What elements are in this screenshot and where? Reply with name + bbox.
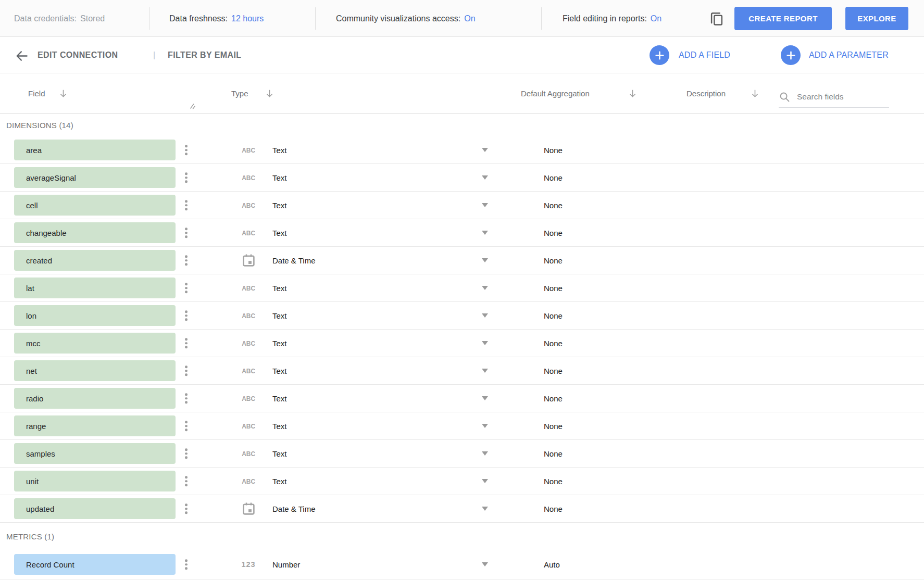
sort-aggregation-icon[interactable] (628, 73, 638, 114)
aggregation-value[interactable]: None (544, 367, 563, 375)
table-row: changeable ABC Text None (0, 219, 924, 247)
more-options-icon[interactable] (183, 281, 190, 295)
type-label: Number (272, 560, 300, 569)
field-chip[interactable]: Record Count (14, 554, 176, 575)
data-freshness-value[interactable]: 12 hours (231, 14, 264, 23)
field-chip[interactable]: lon (14, 305, 176, 326)
type-dropdown-arrow[interactable] (482, 451, 488, 456)
abc-icon: ABC (235, 339, 261, 347)
field-chip[interactable]: net (14, 360, 176, 381)
type-dropdown-arrow[interactable] (482, 369, 488, 373)
field-chip[interactable]: lat (14, 278, 176, 298)
aggregation-value[interactable]: None (544, 146, 563, 155)
aggregation-value[interactable]: None (544, 505, 563, 513)
data-freshness-label: Data freshness: (169, 14, 228, 23)
type-dropdown-arrow[interactable] (482, 396, 488, 400)
type-dropdown-arrow[interactable] (482, 258, 488, 262)
add-a-field-button[interactable]: ADD A FIELD (679, 37, 730, 73)
table-row: radio ABC Text None (0, 385, 924, 412)
field-editing-in-reports[interactable]: Field editing in reports: On (563, 0, 661, 37)
aggregation-value[interactable]: None (544, 339, 563, 348)
aggregation-value[interactable]: None (544, 173, 563, 182)
section-label: METRICS (1) (0, 523, 924, 550)
data-credentials[interactable]: Data credentials: Stored (14, 0, 105, 37)
edit-connection-button[interactable]: EDIT CONNECTION (38, 37, 118, 73)
type-dropdown-arrow[interactable] (482, 313, 488, 318)
field-chip[interactable]: changeable (14, 222, 176, 243)
more-options-icon[interactable] (183, 143, 190, 157)
settings-bar: Data credentials: Stored Data freshness:… (0, 0, 924, 37)
aggregation-value[interactable]: None (544, 422, 563, 431)
field-chip[interactable]: range (14, 415, 176, 436)
field-chip[interactable]: unit (14, 471, 176, 491)
more-options-icon[interactable] (183, 170, 190, 185)
aggregation-value[interactable]: None (544, 229, 563, 237)
field-name: Record Count (26, 560, 74, 569)
table-row: lon ABC Text None (0, 302, 924, 330)
filter-by-email-button[interactable]: FILTER BY EMAIL (168, 37, 241, 73)
field-editing-value[interactable]: On (651, 14, 661, 23)
field-chip[interactable]: area (14, 140, 176, 160)
more-options-icon[interactable] (183, 225, 190, 240)
type-dropdown-arrow[interactable] (482, 148, 488, 152)
123-icon: 123 (235, 560, 261, 569)
more-options-icon[interactable] (183, 336, 190, 350)
abc-icon: ABC (235, 201, 261, 209)
column-header-description: Description (686, 73, 726, 114)
type-dropdown-arrow[interactable] (482, 562, 488, 566)
aggregation-value[interactable]: None (544, 311, 563, 320)
aggregation-value[interactable]: None (544, 201, 563, 210)
aggregation-value[interactable]: None (544, 256, 563, 265)
type-label: Text (272, 339, 287, 348)
explore-button[interactable]: EXPLORE (845, 7, 908, 30)
more-options-icon[interactable] (183, 474, 190, 488)
more-options-icon[interactable] (183, 557, 190, 572)
field-chip[interactable]: created (14, 250, 176, 271)
aggregation-value[interactable]: None (544, 449, 563, 458)
type-dropdown-arrow[interactable] (482, 424, 488, 428)
add-a-parameter-button[interactable]: ADD A PARAMETER (809, 37, 889, 73)
more-options-icon[interactable] (183, 308, 190, 323)
column-header-type: Type (231, 73, 248, 114)
type-dropdown-arrow[interactable] (482, 479, 488, 483)
search-fields-box[interactable] (779, 86, 889, 108)
add-field-plus-icon[interactable] (650, 45, 669, 65)
column-resize-grip[interactable] (190, 103, 196, 112)
field-name: created (26, 256, 52, 265)
data-freshness[interactable]: Data freshness: 12 hours (169, 0, 264, 37)
sort-type-icon[interactable] (265, 73, 274, 114)
type-dropdown-arrow[interactable] (482, 341, 488, 345)
field-chip[interactable]: mcc (14, 333, 176, 354)
more-options-icon[interactable] (183, 501, 190, 516)
more-options-icon[interactable] (183, 253, 190, 268)
type-dropdown-arrow[interactable] (482, 231, 488, 235)
back-arrow-icon[interactable] (13, 47, 30, 65)
abc-icon: ABC (235, 312, 261, 320)
copy-icon[interactable] (707, 9, 726, 28)
aggregation-value[interactable]: None (544, 477, 563, 486)
aggregation-value[interactable]: None (544, 394, 563, 403)
type-dropdown-arrow[interactable] (482, 286, 488, 290)
type-dropdown-arrow[interactable] (482, 203, 488, 207)
field-chip[interactable]: radio (14, 388, 176, 409)
more-options-icon[interactable] (183, 419, 190, 433)
field-chip[interactable]: averageSignal (14, 167, 176, 188)
sort-field-icon[interactable] (58, 73, 68, 114)
field-chip[interactable]: cell (14, 195, 176, 216)
field-chip[interactable]: samples (14, 443, 176, 464)
sort-description-icon[interactable] (750, 73, 760, 114)
aggregation-value[interactable]: None (544, 284, 563, 293)
community-visualizations-access[interactable]: Community visualizations access: On (336, 0, 476, 37)
more-options-icon[interactable] (183, 391, 190, 406)
create-report-button[interactable]: CREATE REPORT (734, 7, 832, 30)
field-chip[interactable]: updated (14, 498, 176, 519)
community-access-value[interactable]: On (464, 14, 475, 23)
add-parameter-plus-icon[interactable] (781, 45, 801, 65)
more-options-icon[interactable] (183, 446, 190, 461)
search-fields-input[interactable] (797, 92, 889, 102)
more-options-icon[interactable] (183, 363, 190, 378)
type-dropdown-arrow[interactable] (482, 507, 488, 511)
type-dropdown-arrow[interactable] (482, 175, 488, 180)
more-options-icon[interactable] (183, 198, 190, 212)
aggregation-value[interactable]: Auto (544, 560, 560, 569)
